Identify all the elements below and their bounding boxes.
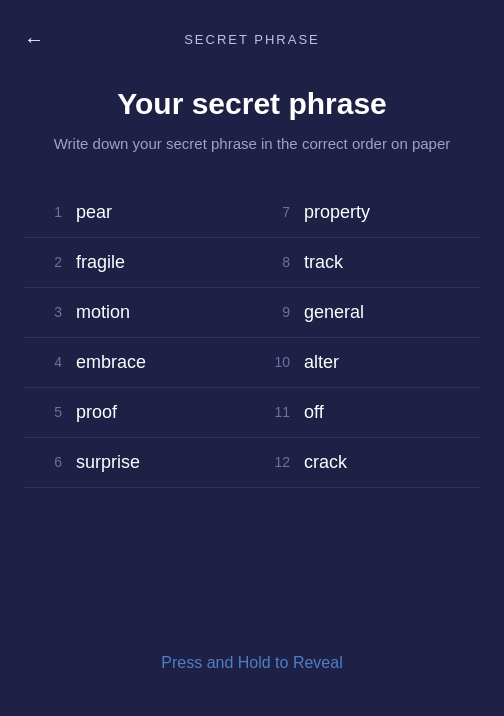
back-button[interactable]: ← [24,28,44,51]
word-number: 4 [36,354,62,370]
word-number: 9 [264,304,290,320]
word-value: off [304,402,324,423]
list-item: 6 surprise [24,438,252,488]
word-value: motion [76,302,130,323]
words-right-column: 7 property 8 track 9 general 10 alter 11… [252,188,480,488]
list-item: 10 alter [252,338,480,388]
word-number: 8 [264,254,290,270]
page-title: SECRET PHRASE [184,32,320,47]
header: ← SECRET PHRASE [0,0,504,63]
word-number: 2 [36,254,62,270]
word-value: general [304,302,364,323]
list-item: 4 embrace [24,338,252,388]
word-value: crack [304,452,347,473]
words-grid: 1 pear 2 fragile 3 motion 4 embrace 5 pr… [0,188,504,488]
word-value: track [304,252,343,273]
hero-title: Your secret phrase [40,87,464,121]
list-item: 3 motion [24,288,252,338]
word-number: 6 [36,454,62,470]
list-item: 7 property [252,188,480,238]
words-left-column: 1 pear 2 fragile 3 motion 4 embrace 5 pr… [24,188,252,488]
word-number: 5 [36,404,62,420]
list-item: 5 proof [24,388,252,438]
list-item: 12 crack [252,438,480,488]
word-value: pear [76,202,112,223]
word-value: embrace [76,352,146,373]
list-item: 11 off [252,388,480,438]
word-number: 7 [264,204,290,220]
word-value: alter [304,352,339,373]
list-item: 9 general [252,288,480,338]
hero-section: Your secret phrase Write down your secre… [0,63,504,188]
press-hold-button[interactable]: Press and Hold to Reveal [0,630,504,696]
word-number: 3 [36,304,62,320]
word-value: surprise [76,452,140,473]
word-number: 1 [36,204,62,220]
back-arrow-icon: ← [24,28,44,51]
word-value: fragile [76,252,125,273]
list-item: 1 pear [24,188,252,238]
word-value: proof [76,402,117,423]
word-number: 12 [264,454,290,470]
word-number: 10 [264,354,290,370]
word-value: property [304,202,370,223]
list-item: 8 track [252,238,480,288]
list-item: 2 fragile [24,238,252,288]
hero-subtitle: Write down your secret phrase in the cor… [40,133,464,156]
word-number: 11 [264,404,290,420]
